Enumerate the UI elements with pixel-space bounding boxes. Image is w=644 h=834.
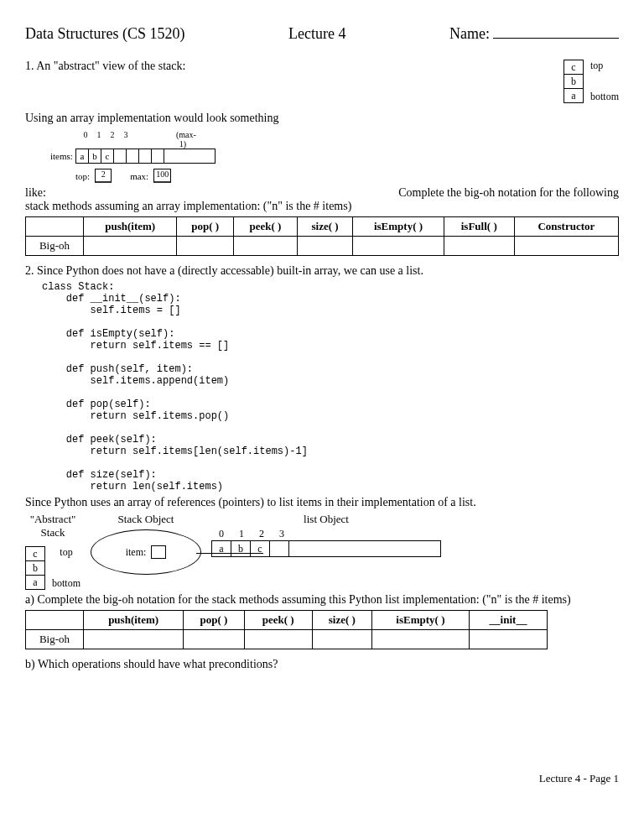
bigoh-cell[interactable] (177, 237, 234, 256)
pointer-arrow (196, 553, 263, 554)
bigoh-table-2: push(item) pop( ) peek( ) size( ) isEmpt… (25, 610, 548, 649)
bigoh-cell[interactable] (234, 237, 298, 256)
items-label: items: (50, 151, 75, 161)
stack-cell-bot: a (564, 89, 584, 103)
item-ref-box (151, 545, 166, 559)
page-header: Data Structures (CS 1520) Lecture 4 Name… (25, 25, 619, 43)
lecture-number: Lecture 4 (288, 25, 345, 43)
top-label: top (590, 60, 619, 72)
q2-intro: 2. Since Python does not have a (directl… (25, 264, 619, 278)
like-text: like: (25, 186, 46, 199)
page-footer: Lecture 4 - Page 1 (25, 772, 619, 785)
bigoh-cell[interactable] (444, 237, 514, 256)
q2b-prompt: b) Which operations should have what pre… (25, 658, 619, 671)
table1-caption: stack methods assuming an array implemen… (25, 200, 619, 213)
top-val: 2 (95, 169, 112, 183)
bigoh-cell[interactable] (297, 237, 352, 256)
bigoh-cell[interactable] (353, 237, 444, 256)
q1-prompt: 1. An "abstract" view of the stack: (25, 60, 564, 73)
bigoh-table-1: push(item) pop( ) peek( ) size( ) isEmpt… (25, 216, 619, 256)
code-block: class Stack: def __init__(self): self.it… (42, 281, 619, 493)
bigoh-cell[interactable] (184, 630, 244, 649)
bigoh-cell[interactable] (84, 237, 177, 256)
q2a-prompt: a) Complete the big-oh notation for the … (25, 593, 619, 607)
list-object-label: list Object (211, 513, 441, 526)
bigoh-row-label: Big-oh (26, 237, 84, 256)
bigoh-cell[interactable] (371, 630, 469, 649)
bigoh-cell[interactable] (84, 630, 184, 649)
max-val: 100 (153, 169, 171, 183)
name-blank[interactable] (493, 38, 619, 39)
abstract-stack-diagram: c b a top bottom (564, 60, 619, 103)
stack-cell-mid: b (564, 75, 584, 89)
bigoh-cell[interactable] (312, 630, 371, 649)
stack-object-label: Stack Object (91, 513, 201, 526)
array-diagram: 0 1 2 3 (max-1) items: a b c top: 2 max:… (50, 130, 619, 183)
bigoh-cell[interactable] (469, 630, 547, 649)
array-intro: Using an array implementation would look… (25, 112, 619, 125)
max-var-label: max: (130, 171, 148, 181)
top-var-label: top: (75, 171, 90, 181)
since-line: Since Python uses an array of references… (25, 496, 619, 509)
name-field: Name: (449, 25, 619, 43)
bigoh-cell[interactable] (244, 630, 312, 649)
course-title: Data Structures (CS 1520) (25, 25, 184, 43)
stack-object-ellipse: item: (91, 529, 201, 575)
complete-prompt: Complete the big-oh notation for the fol… (398, 186, 619, 200)
bigoh-cell[interactable] (514, 237, 618, 256)
bottom-label: bottom (590, 91, 619, 103)
object-diagram-row: "Abstract" Stack c b a top bottom Stack … (25, 513, 619, 590)
stack-cell-top: c (564, 60, 584, 75)
